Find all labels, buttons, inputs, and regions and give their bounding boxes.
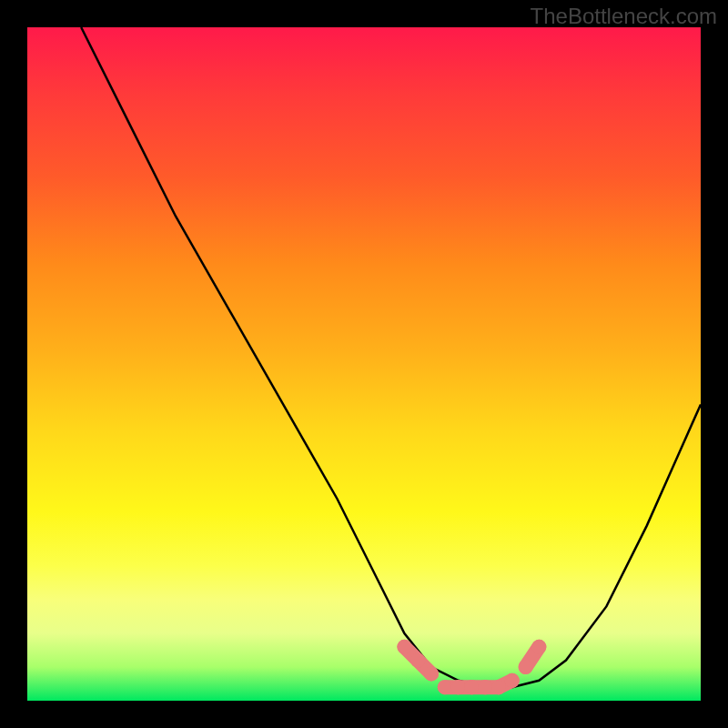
trough-mark-dot <box>451 680 466 694</box>
trough-mark-dot <box>478 680 492 694</box>
trough-marks <box>397 640 546 694</box>
trough-mark-dot <box>464 680 479 694</box>
trough-mark-dot <box>438 680 452 694</box>
trough-mark-dot <box>491 680 506 694</box>
trough-mark-dot <box>531 640 546 654</box>
trough-mark-dot <box>397 640 411 654</box>
watermark-text: TheBottleneck.com <box>531 4 717 29</box>
curve-path <box>81 27 701 687</box>
trough-mark-dot <box>519 660 533 674</box>
trough-mark-dot <box>505 673 520 688</box>
chart-plot-area <box>27 27 701 701</box>
trough-mark-dot <box>424 666 439 681</box>
chart-svg <box>27 27 701 701</box>
trough-mark-dot <box>410 653 425 668</box>
